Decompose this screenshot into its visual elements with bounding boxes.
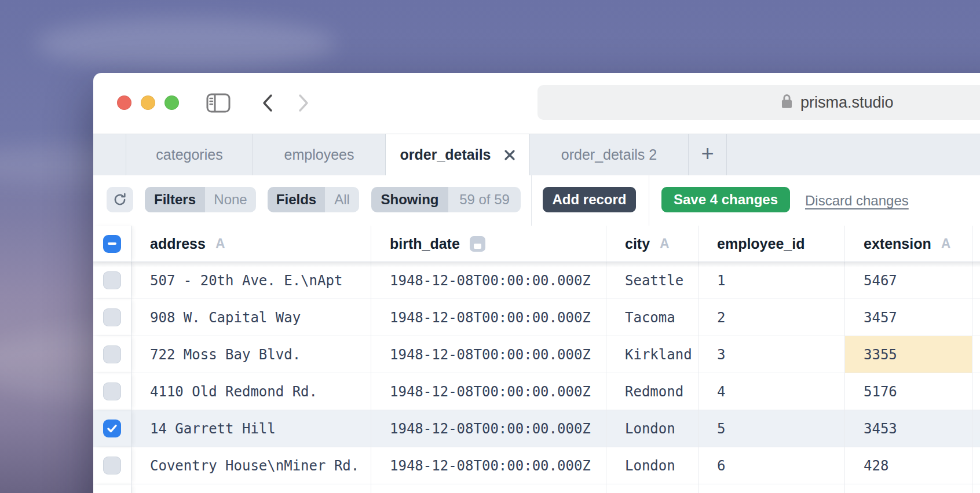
table-row: 14 Garrett Hill1948-12-08T00:00:00.000ZL… xyxy=(93,410,980,447)
cell-address[interactable]: 507 - 20th Ave. E.\nApt xyxy=(131,262,371,299)
cell-employee-id[interactable]: 5 xyxy=(699,410,845,447)
cell-extension[interactable]: 3457 xyxy=(845,299,972,336)
cell-employee-id[interactable]: 2 xyxy=(699,299,845,336)
sidebar-toggle-icon[interactable] xyxy=(206,93,231,113)
save-changes-button[interactable]: Save 4 changes xyxy=(661,187,790,212)
tab-categories[interactable]: categories xyxy=(126,134,253,175)
cell-address[interactable]: 14 Garrett Hill xyxy=(131,410,371,447)
cell-city[interactable]: London xyxy=(606,410,699,447)
filters-control[interactable]: Filters None xyxy=(145,187,256,212)
cell-address[interactable] xyxy=(131,484,371,493)
fields-value: All xyxy=(325,187,359,212)
column-label: address xyxy=(150,236,206,252)
table-body: 507 - 20th Ave. E.\nApt1948-12-08T00:00:… xyxy=(93,262,980,493)
tab-label: order_details xyxy=(400,146,491,163)
refresh-button[interactable] xyxy=(107,187,133,212)
close-tab-icon[interactable] xyxy=(504,149,515,161)
select-all-checkbox[interactable] xyxy=(103,235,121,253)
row-filler xyxy=(972,299,980,336)
row-checkbox-cell xyxy=(93,336,131,373)
tab-label: employees xyxy=(284,146,354,163)
tab-order-details[interactable]: order_details xyxy=(386,134,530,175)
row-checkbox[interactable] xyxy=(103,271,121,289)
check-icon xyxy=(106,422,118,435)
header-row: addressAbirth_datecityAemployee_idextens… xyxy=(93,226,980,262)
column-header-extension[interactable]: extensionA xyxy=(845,226,972,262)
cell-address[interactable]: 4110 Old Redmond Rd. xyxy=(131,373,371,410)
cell-extension[interactable]: 428 xyxy=(845,447,972,484)
toolbar: Filters None Fields All Showing 59 of 59… xyxy=(93,175,980,226)
row-checkbox[interactable] xyxy=(103,382,121,400)
row-filler xyxy=(972,410,980,447)
cell-city[interactable]: Redmond xyxy=(606,373,699,410)
tab-order-details-2[interactable]: order_details 2 xyxy=(530,134,689,175)
address-bar[interactable]: prisma.studio xyxy=(537,85,980,120)
column-header-address[interactable]: addressA xyxy=(131,226,371,262)
zoom-window-button[interactable] xyxy=(164,95,179,110)
cell-employee-id[interactable]: 1 xyxy=(699,262,845,299)
cell-extension[interactable]: 5176 xyxy=(845,373,972,410)
toolbar-divider xyxy=(649,175,649,226)
cell-city[interactable]: Seattle xyxy=(606,262,699,299)
showing-control[interactable]: Showing 59 of 59 xyxy=(371,187,521,212)
cell-city[interactable]: Kirkland xyxy=(606,336,699,373)
indeterminate-icon xyxy=(108,242,116,245)
row-checkbox-cell xyxy=(93,484,131,493)
cell-address[interactable]: Coventry House\nMiner Rd. xyxy=(131,447,371,484)
cell-city[interactable]: Tacoma xyxy=(606,299,699,336)
cell-employee-id[interactable]: 4 xyxy=(699,373,845,410)
discard-changes-link[interactable]: Discard changes xyxy=(805,175,909,226)
browser-window: prisma.studio categoriesemployeesorder_d… xyxy=(93,73,980,493)
new-tab-button[interactable]: + xyxy=(689,134,727,175)
row-checkbox-cell xyxy=(93,262,131,299)
row-checkbox[interactable] xyxy=(103,308,121,326)
cell-birth-date[interactable] xyxy=(371,484,606,493)
cell-birth-date[interactable]: 1948-12-08T00:00:00.000Z xyxy=(371,262,606,299)
cell-birth-date[interactable]: 1948-12-08T00:00:00.000Z xyxy=(371,410,606,447)
cell-city[interactable]: London xyxy=(606,447,699,484)
cell-employee-id[interactable] xyxy=(699,484,845,493)
column-header-birth-date[interactable]: birth_date xyxy=(371,226,606,262)
row-checkbox-cell xyxy=(93,410,131,447)
data-table: addressAbirth_datecityAemployee_idextens… xyxy=(93,226,980,493)
table-row: 722 Moss Bay Blvd.1948-12-08T00:00:00.00… xyxy=(93,336,980,373)
tab-bar: categoriesemployeesorder_detailsorder_de… xyxy=(93,134,980,175)
back-button[interactable] xyxy=(260,93,275,113)
tab-bar-spacer xyxy=(93,134,126,175)
minimize-window-button[interactable] xyxy=(141,95,155,110)
fields-label: Fields xyxy=(268,187,325,212)
refresh-icon xyxy=(112,192,127,207)
cell-employee-id[interactable]: 3 xyxy=(699,336,845,373)
column-header-employee-id[interactable]: employee_id xyxy=(699,226,845,262)
column-header-city[interactable]: cityA xyxy=(606,226,699,262)
cell-birth-date[interactable]: 1948-12-08T00:00:00.000Z xyxy=(371,447,606,484)
cell-city[interactable] xyxy=(606,484,699,493)
header-filler xyxy=(972,226,980,262)
select-all-cell xyxy=(93,226,131,262)
cell-extension[interactable]: 3453 xyxy=(845,410,972,447)
add-record-button[interactable]: Add record xyxy=(543,187,636,212)
cell-extension[interactable]: 5467 xyxy=(845,262,972,299)
row-checkbox[interactable] xyxy=(103,420,121,437)
table-row xyxy=(93,484,980,493)
filters-value: None xyxy=(205,187,256,212)
tab-employees[interactable]: employees xyxy=(253,134,386,175)
row-checkbox-cell xyxy=(93,447,131,484)
row-checkbox[interactable] xyxy=(103,457,121,474)
cell-employee-id[interactable]: 6 xyxy=(699,447,845,484)
cell-birth-date[interactable]: 1948-12-08T00:00:00.000Z xyxy=(371,299,606,336)
row-checkbox[interactable] xyxy=(103,345,121,363)
cell-extension[interactable] xyxy=(845,484,972,493)
cell-address[interactable]: 908 W. Capital Way xyxy=(131,299,371,336)
string-type-icon: A xyxy=(660,236,670,252)
cell-birth-date[interactable]: 1948-12-08T00:00:00.000Z xyxy=(371,373,606,410)
showing-value: 59 of 59 xyxy=(448,187,521,212)
tab-strip: categoriesemployeesorder_detailsorder_de… xyxy=(126,134,689,175)
close-window-button[interactable] xyxy=(117,95,131,110)
fields-control[interactable]: Fields All xyxy=(268,187,359,212)
cell-address[interactable]: 722 Moss Bay Blvd. xyxy=(131,336,371,373)
cell-extension[interactable]: 3355 xyxy=(845,336,972,373)
cell-birth-date[interactable]: 1948-12-08T00:00:00.000Z xyxy=(371,336,606,373)
tab-label: order_details 2 xyxy=(561,146,657,163)
forward-button[interactable] xyxy=(296,93,311,113)
